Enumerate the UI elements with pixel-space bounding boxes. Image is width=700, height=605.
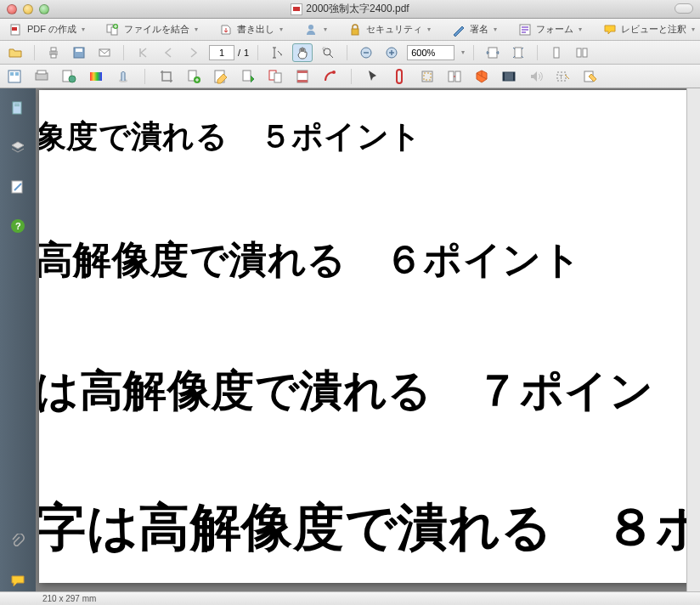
organizer-button[interactable]: [5, 67, 24, 86]
extract-button[interactable]: [239, 67, 257, 86]
touchup-text-button[interactable]: [212, 67, 230, 86]
chevron-down-icon: ▾: [324, 25, 327, 33]
marquee-zoom-button[interactable]: [318, 43, 338, 62]
window-title-text: 2000強制太字2400.pdf: [306, 2, 409, 16]
3d-tool-button[interactable]: [472, 67, 491, 86]
combine-icon: [105, 22, 121, 37]
save-button[interactable]: [69, 43, 89, 62]
scan-button[interactable]: [32, 67, 51, 86]
page-total: 1: [244, 48, 249, 58]
svg-rect-9: [522, 29, 528, 31]
svg-rect-49: [503, 72, 515, 81]
svg-rect-40: [274, 73, 281, 82]
toolbar-pill-button[interactable]: [675, 3, 693, 14]
vertical-scrollbar[interactable]: [686, 88, 700, 591]
chevron-down-icon: ▾: [195, 25, 198, 33]
sound-tool-button[interactable]: [527, 67, 545, 86]
crop-button[interactable]: [157, 67, 176, 86]
prev-page-button[interactable]: [158, 43, 178, 62]
comments-panel-button[interactable]: [8, 571, 28, 591]
page-dimensions: 210 x 297 mm: [42, 594, 96, 603]
hand-tool-button[interactable]: [292, 43, 313, 62]
svg-rect-38: [243, 71, 251, 81]
zoom-in-button[interactable]: [381, 43, 402, 62]
svg-point-5: [308, 25, 313, 30]
create-pdf-icon: [8, 22, 24, 37]
chevron-down-icon[interactable]: ▾: [461, 48, 465, 56]
two-page-button[interactable]: [572, 43, 592, 62]
document-text-line: は高解像度で潰れる ７ポイン: [39, 362, 653, 421]
svg-rect-51: [513, 72, 515, 81]
svg-rect-28: [15, 72, 19, 76]
open-button[interactable]: [5, 43, 25, 62]
sign-menu[interactable]: 署名▾: [448, 20, 500, 39]
svg-rect-15: [76, 48, 82, 52]
fit-width-button[interactable]: [483, 43, 503, 62]
movie-tool-button[interactable]: [500, 67, 518, 86]
replace-pages-button[interactable]: [266, 67, 285, 86]
email-button[interactable]: [94, 43, 115, 62]
preflight-button[interactable]: [114, 67, 133, 86]
first-page-button[interactable]: [133, 43, 153, 62]
zoom-out-button[interactable]: [356, 43, 376, 62]
svg-text:T: T: [559, 73, 563, 81]
fix-hairlines-button[interactable]: [320, 67, 339, 86]
export-menu[interactable]: 書き出し▾: [215, 20, 286, 39]
web-capture-button[interactable]: [59, 67, 78, 86]
svg-rect-10: [522, 31, 526, 33]
svg-rect-46: [424, 73, 431, 80]
crop-tool-button[interactable]: [418, 67, 437, 86]
document-canvas[interactable]: 象度で潰れる ５ポイント 高解像度で潰れる ６ポイント は高解像度で潰れる ７ポ…: [36, 88, 700, 591]
chevron-down-icon: ▾: [692, 25, 695, 33]
article-tool-button[interactable]: [445, 67, 464, 86]
separator: [144, 69, 145, 84]
create-pdf-menu[interactable]: PDF の作成▾: [5, 20, 88, 39]
layers-panel-button[interactable]: [8, 138, 28, 158]
start-meeting-button[interactable]: ▾: [300, 20, 330, 39]
main-toolbar: / 1 ▾: [0, 41, 700, 65]
svg-rect-12: [51, 48, 56, 51]
chevron-down-icon: ▾: [494, 25, 497, 33]
page-number-group: / 1: [209, 45, 249, 60]
print-button[interactable]: [43, 43, 64, 62]
form-icon: [517, 22, 533, 37]
lock-icon: [347, 22, 363, 37]
svg-rect-1: [12, 27, 17, 31]
pointer-tool-button[interactable]: [364, 67, 382, 86]
window-title: 2000強制太字2400.pdf: [0, 2, 700, 16]
svg-text:?: ?: [15, 221, 21, 231]
combine-files-menu[interactable]: ファイルを結合▾: [102, 20, 201, 39]
link-tool-button[interactable]: [391, 67, 409, 86]
page-number-input[interactable]: [209, 45, 234, 60]
attachments-panel-button[interactable]: [8, 532, 28, 552]
fit-page-button[interactable]: [508, 43, 528, 62]
signatures-panel-button[interactable]: [8, 177, 28, 197]
svg-point-44: [332, 71, 336, 74]
color-button[interactable]: [87, 67, 105, 86]
task-menubar: PDF の作成▾ ファイルを結合▾ 書き出し▾ ▾ セキュリティ▾ 署名▾ フォ…: [0, 19, 700, 41]
next-page-button[interactable]: [183, 43, 204, 62]
svg-rect-50: [503, 72, 505, 81]
svg-rect-42: [297, 71, 308, 73]
select-tool-button[interactable]: [267, 43, 287, 62]
review-menu[interactable]: レビューと注釈▾: [599, 20, 698, 39]
pages-panel-button[interactable]: [8, 99, 28, 119]
insert-pages-button[interactable]: [184, 67, 203, 86]
headers-footers-button[interactable]: [293, 67, 312, 86]
svg-point-17: [324, 48, 330, 55]
advanced-toolbar: T: [0, 65, 700, 88]
svg-point-32: [69, 76, 76, 82]
single-page-button[interactable]: [546, 43, 567, 62]
svg-rect-21: [488, 48, 497, 58]
security-menu[interactable]: セキュリティ▾: [344, 20, 434, 39]
form-menu[interactable]: フォーム▾: [514, 20, 585, 39]
separator: [537, 45, 538, 60]
help-button[interactable]: ?: [8, 216, 28, 236]
main-area: ? 象度で潰れる ５ポイント 高解像度で潰れる ６ポイント は高解像度で潰れる …: [0, 88, 700, 591]
zoom-input[interactable]: [407, 45, 454, 60]
navigation-sidebar: ?: [0, 88, 36, 591]
window-titlebar: 2000強制太字2400.pdf: [0, 0, 700, 19]
touchup-object-button[interactable]: T: [554, 67, 573, 86]
edit-object-button[interactable]: [581, 67, 600, 86]
status-bar: 210 x 297 mm: [0, 591, 700, 605]
